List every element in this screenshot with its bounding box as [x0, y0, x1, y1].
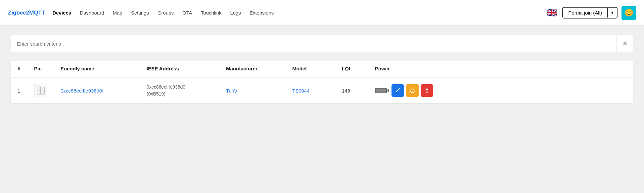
search-clear-button[interactable]: ✕: [617, 35, 633, 52]
permit-join-button[interactable]: Permit join (All) ▾: [562, 7, 618, 19]
delete-button[interactable]: [421, 84, 433, 97]
battery-tip: [388, 89, 389, 92]
action-buttons: [391, 84, 433, 97]
nav-item-ota[interactable]: OTA: [179, 8, 196, 18]
nav-item-map[interactable]: Map: [110, 8, 126, 18]
device-thumbnail: [34, 84, 47, 97]
language-flag[interactable]: 🇬🇧: [546, 8, 557, 18]
table-header: # Pic Friendly name IEEE Address Manufac…: [11, 60, 633, 77]
avatar-button[interactable]: 😊: [621, 6, 636, 20]
main-content: ✕ # Pic Friendly name IEEE Address Manuf…: [0, 26, 644, 193]
th-power: Power: [375, 66, 626, 71]
nav-item-extensions[interactable]: Extensions: [246, 8, 277, 18]
th-index: #: [18, 66, 34, 71]
td-manufacturer: TuYa: [226, 88, 292, 94]
devices-table: # Pic Friendly name IEEE Address Manufac…: [11, 60, 633, 104]
th-manufacturer: Manufacturer: [226, 66, 292, 71]
search-input[interactable]: [11, 36, 617, 52]
td-friendly-name: 0xcc86ecfffe936d0f: [61, 88, 147, 94]
nav-item-groups[interactable]: Groups: [154, 8, 177, 18]
model-link[interactable]: TS0044: [292, 88, 310, 94]
refresh-icon: [410, 88, 415, 93]
nav-item-settings[interactable]: Settings: [128, 8, 152, 18]
th-pic: Pic: [34, 66, 61, 71]
th-friendly-name: Friendly name: [61, 66, 147, 71]
nav-item-dashboard[interactable]: Dashboard: [76, 8, 107, 18]
td-model: TS0044: [292, 88, 342, 94]
ieee-line1: 0xcc86ecfffe936d0f: [147, 84, 226, 91]
brand-link[interactable]: Zigbee2MQTT: [8, 10, 45, 16]
trash-icon: [424, 88, 430, 93]
battery-icon: [375, 88, 389, 93]
table-row: 1 0xcc86ecfffe936d0f 0xcc86ecfffe936d0f …: [11, 77, 633, 103]
th-ieee: IEEE Address: [147, 66, 226, 71]
ieee-line2: (0xB519): [147, 91, 226, 97]
nav-item-logs[interactable]: Logs: [227, 8, 244, 18]
td-index: 1: [18, 88, 34, 94]
th-model: Model: [292, 66, 342, 71]
edit-icon: [395, 88, 400, 93]
chevron-down-icon: ▾: [607, 8, 617, 18]
edit-button[interactable]: [391, 84, 404, 97]
search-container: ✕: [11, 35, 633, 52]
td-ieee: 0xcc86ecfffe936d0f (0xB519): [147, 84, 226, 97]
nav-item-devices[interactable]: Devices: [49, 8, 74, 18]
td-pic: [34, 84, 61, 97]
td-power: [375, 84, 626, 97]
friendly-name-link[interactable]: 0xcc86ecfffe936d0f: [61, 88, 104, 94]
nav-item-touchlink[interactable]: Touchlink: [198, 8, 225, 18]
device-pic-icon: [36, 86, 46, 96]
th-lqi: LQI: [342, 66, 375, 71]
battery-body: [375, 88, 387, 93]
navbar: Zigbee2MQTT Devices Dashboard Map Settin…: [0, 0, 644, 26]
manufacturer-link[interactable]: TuYa: [226, 88, 237, 94]
td-lqi: 148: [342, 88, 375, 94]
permit-join-label: Permit join (All): [563, 8, 607, 18]
refresh-button[interactable]: [406, 84, 419, 97]
